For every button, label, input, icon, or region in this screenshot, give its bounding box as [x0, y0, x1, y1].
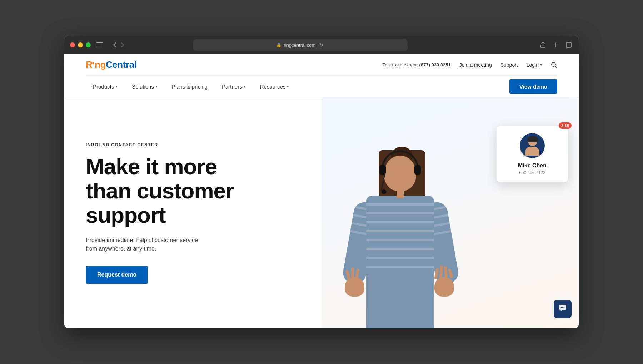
hero-right: 3:15 Mike Chen — [322, 97, 579, 328]
address-bar[interactable]: 🔒 ringcentral.com ↻ — [193, 39, 408, 51]
solutions-chevron-icon: ▾ — [155, 84, 158, 89]
request-demo-button[interactable]: Request demo — [86, 266, 148, 284]
share-icon[interactable] — [539, 40, 547, 50]
reload-button[interactable]: ↻ — [318, 41, 325, 49]
browser-chrome: 🔒 ringcentral.com ↻ — [64, 36, 579, 54]
close-button[interactable] — [70, 42, 75, 47]
logo[interactable]: RngCentral — [86, 59, 136, 70]
forward-button[interactable] — [119, 41, 126, 49]
url-text: ringcentral.com — [284, 42, 315, 48]
hero-title: Make it more than customer support — [86, 155, 300, 228]
login-chevron-icon: ▾ — [540, 62, 542, 67]
svg-rect-1 — [96, 45, 103, 45]
support-link[interactable]: Support — [500, 62, 518, 68]
website-content: RngCentral Talk to an expert: (877) 930 … — [64, 54, 579, 328]
login-button[interactable]: Login ▾ — [527, 62, 542, 68]
maximize-button[interactable] — [86, 42, 91, 47]
hero-left: INBOUND CONTACT CENTER Make it more than… — [64, 97, 322, 328]
header-nav: Products ▾ Solutions ▾ Plans & pricing P… — [86, 76, 557, 97]
logo-ring: R — [86, 59, 92, 70]
chat-fab-button[interactable] — [554, 300, 572, 318]
traffic-lights — [70, 42, 91, 47]
caller-name: Mike Chen — [518, 162, 547, 169]
partners-chevron-icon: ▾ — [244, 84, 246, 89]
hero-section: INBOUND CONTACT CENTER Make it more than… — [64, 97, 579, 328]
hero-label: INBOUND CONTACT CENTER — [86, 142, 300, 147]
nav-products[interactable]: Products ▾ — [86, 76, 125, 97]
new-tab-icon[interactable] — [552, 41, 560, 49]
browser-window: 🔒 ringcentral.com ↻ — [64, 36, 579, 328]
hero-background: 3:15 Mike Chen — [322, 97, 579, 328]
nav-solutions[interactable]: Solutions ▾ — [125, 76, 165, 97]
header-right: Talk to an expert: (877) 930 3351 Join a… — [383, 62, 557, 68]
view-demo-button[interactable]: View demo — [509, 79, 557, 94]
svg-rect-3 — [566, 42, 571, 47]
logo-ring2: ng — [95, 59, 106, 70]
caller-avatar — [520, 133, 545, 158]
svg-point-6 — [561, 307, 562, 308]
browser-right-icons — [539, 40, 573, 50]
call-card: 3:15 Mike Chen — [497, 126, 568, 182]
chat-icon — [559, 304, 567, 314]
hero-subtitle: Provide immediate, helpful customer serv… — [86, 236, 236, 253]
talk-expert-text: Talk to an expert: (877) 930 3351 — [383, 62, 451, 67]
logo-central: Central — [106, 59, 136, 70]
svg-point-7 — [562, 307, 563, 308]
nav-arrows — [111, 41, 126, 49]
site-header: RngCentral Talk to an expert: (877) 930 … — [64, 54, 579, 97]
caller-phone: 650 456 7123 — [519, 170, 545, 175]
back-button[interactable] — [111, 41, 118, 49]
svg-rect-2 — [96, 47, 103, 47]
phone-number: (877) 930 3351 — [419, 62, 450, 67]
hero-person-figure — [329, 143, 472, 328]
nav-plans-pricing[interactable]: Plans & pricing — [165, 76, 215, 97]
nav-resources[interactable]: Resources ▾ — [253, 76, 296, 97]
nav-partners[interactable]: Partners ▾ — [215, 76, 253, 97]
call-timer-badge: 3:15 — [559, 122, 572, 129]
sidebar-toggle-icon[interactable] — [95, 41, 104, 49]
resources-chevron-icon: ▾ — [287, 84, 289, 89]
lock-icon: 🔒 — [276, 42, 281, 47]
join-meeting-link[interactable]: Join a meeting — [459, 62, 492, 68]
products-chevron-icon: ▾ — [115, 84, 118, 89]
tabs-icon[interactable] — [564, 41, 573, 49]
svg-point-8 — [564, 307, 565, 308]
header-top: RngCentral Talk to an expert: (877) 930 … — [86, 54, 557, 76]
svg-rect-0 — [96, 42, 103, 43]
search-button[interactable] — [551, 62, 557, 68]
minimize-button[interactable] — [78, 42, 83, 47]
